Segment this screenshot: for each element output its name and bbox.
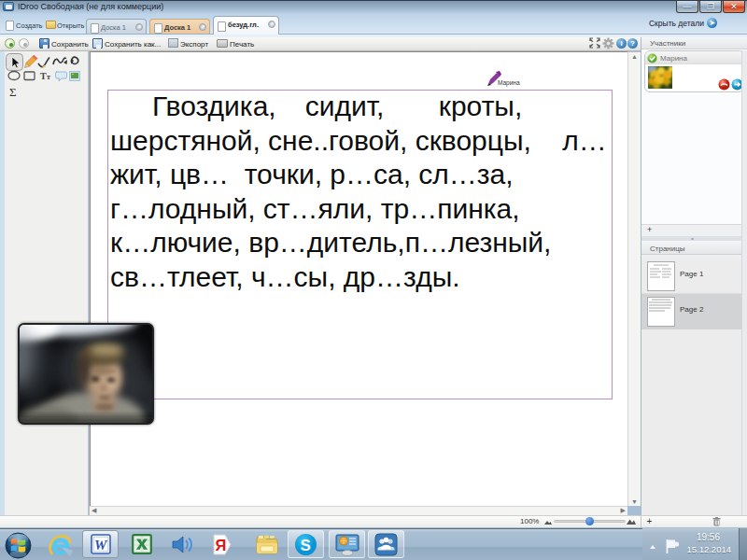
svg-text:Σ: Σ: [9, 85, 17, 99]
svg-text:W: W: [94, 538, 108, 553]
svg-text:т: т: [47, 73, 50, 81]
svg-text:Я: Я: [216, 537, 227, 553]
svg-text:T: T: [40, 71, 47, 81]
svg-text:S: S: [301, 537, 311, 554]
